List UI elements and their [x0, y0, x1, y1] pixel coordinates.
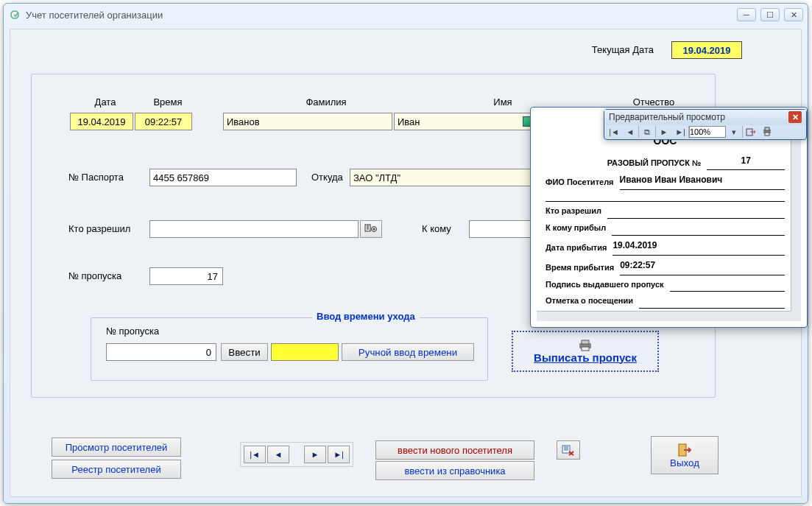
lookup-icon [364, 223, 378, 235]
name-input[interactable] [394, 113, 541, 130]
pass-no-input[interactable] [149, 267, 223, 285]
to-whom-label: К кому [422, 223, 451, 234]
allowed-by-input[interactable] [149, 220, 359, 238]
printer-icon [577, 340, 593, 351]
maximize-button[interactable]: ☐ [760, 8, 780, 21]
header-date: Дата [76, 96, 135, 108]
registry-button[interactable]: Реестр посетителей [52, 460, 181, 479]
delete-record-button[interactable] [557, 440, 580, 460]
preview-title: Предварительный просмотр ✕ [604, 110, 806, 125]
nav-next-button[interactable]: ► [304, 446, 326, 463]
preview-toolbar: |◄ ◄ ⧉ ► ►| ▾ [604, 125, 806, 139]
preview-close-button[interactable]: ✕ [788, 111, 802, 123]
exit-icon [677, 443, 692, 457]
arr-date-value: 19.04.2019 [612, 237, 785, 256]
surname-input[interactable] [223, 113, 392, 130]
leave-time-group: Ввод времени ухода № пропуска Ввести Руч… [91, 317, 488, 381]
note-value [639, 298, 785, 309]
header-name: Имя [481, 96, 525, 108]
passport-label: № Паспорта [68, 172, 124, 183]
zoom-combo[interactable] [689, 126, 726, 138]
report-page: ООС РАЗОВЫЙ ПРОПУСК № 17 ФИО ПосетителяИ… [540, 127, 791, 311]
exit-button[interactable]: Выход [651, 436, 719, 474]
view-visitors-button[interactable]: Просмотр посетителей [52, 438, 181, 457]
scroll-corner [791, 311, 801, 321]
from-label: Откуда [311, 172, 343, 183]
nav-first-button[interactable]: |◄ [244, 446, 266, 463]
preview-toolbar-window: Предварительный просмотр ✕ |◄ ◄ ⧉ ► ►| ▾ [604, 109, 807, 140]
header-surname: Фамилия [282, 96, 370, 108]
leave-pass-label: № пропуска [106, 326, 159, 337]
fio-label: ФИО Посетителя [546, 175, 614, 190]
nav-next-icon[interactable]: ► [656, 125, 672, 138]
nav-prev-button[interactable]: ◄ [267, 446, 289, 463]
visit-date: 19.04.2019 [70, 113, 133, 130]
sign-label: Подпись выдавшего пропуск [546, 277, 664, 292]
nav-first-icon[interactable]: |◄ [606, 125, 622, 138]
preview-scroll-h[interactable] [537, 311, 791, 321]
preview-window: ООС РАЗОВЫЙ ПРОПУСК № 17 ФИО ПосетителяИ… [530, 107, 808, 328]
pass-title: РАЗОВЫЙ ПРОПУСК № [546, 155, 701, 171]
arr-time-label: Время прибытия [546, 260, 614, 275]
header-patronymic: Отчество [621, 96, 687, 108]
close-button[interactable]: ✕ [784, 8, 803, 21]
fio-value: Иванов Иван Иванович [620, 172, 785, 190]
preview-title-text: Предварительный просмотр [609, 112, 725, 122]
nav-last-button[interactable]: ►| [328, 446, 350, 463]
leave-pass-input[interactable] [106, 343, 216, 361]
pass-number: 17 [707, 152, 785, 171]
print-icon[interactable] [759, 125, 775, 138]
nav-prev-icon[interactable]: ◄ [622, 125, 638, 138]
svg-rect-9 [765, 127, 769, 130]
nav-last-icon[interactable]: ►| [672, 125, 688, 138]
minimize-button[interactable]: ─ [737, 8, 756, 21]
preview-report-area: ООС РАЗОВЫЙ ПРОПУСК № 17 ФИО ПосетителяИ… [537, 127, 801, 321]
allowed-label: Кто разрешил [546, 203, 601, 219]
visit-time: 09:22:57 [135, 113, 192, 130]
leave-time-display [271, 343, 339, 361]
fio-line2 [546, 191, 785, 202]
allowed-by-label: Кто разрешил [68, 223, 130, 234]
note-label: Отметка о посещении [546, 293, 633, 309]
delete-icon [562, 444, 575, 456]
close-preview-icon[interactable] [743, 125, 759, 138]
copy-icon[interactable]: ⧉ [639, 125, 655, 138]
svg-rect-3 [582, 340, 589, 344]
svg-rect-10 [765, 133, 769, 136]
passport-input[interactable] [149, 169, 297, 186]
issue-pass-button[interactable]: Выписать пропуск [512, 331, 659, 372]
enter-button[interactable]: Ввести [221, 343, 268, 361]
new-visitor-button[interactable]: ввести нового посетителя [375, 440, 534, 460]
app-icon [10, 9, 21, 21]
allowed-by-picker-button[interactable] [360, 220, 382, 238]
allowed-value [607, 208, 785, 219]
current-date-value: 19.04.2019 [671, 41, 742, 59]
manual-time-button[interactable]: Ручной ввод времени [342, 343, 474, 361]
arr-date-label: Дата прибытия [546, 240, 607, 256]
sign-value [670, 281, 785, 292]
current-date-label: Текущая Дата [592, 44, 654, 55]
record-navigator: |◄ ◄ ► ►| [240, 442, 353, 467]
zoom-dropdown-icon[interactable]: ▾ [726, 125, 742, 138]
from-dict-button[interactable]: ввести из справочника [375, 461, 534, 480]
exit-label: Выход [670, 457, 699, 468]
svg-rect-4 [582, 347, 589, 351]
header-time: Время [142, 96, 194, 108]
preview-scroll-v[interactable] [791, 127, 801, 311]
titlebar: Учет посетителей организации ─ ☐ ✕ [4, 4, 808, 26]
pass-no-label: № пропуска [68, 270, 121, 281]
issue-pass-label: Выписать пропуск [534, 351, 637, 364]
arr-time-value: 09:22:57 [620, 257, 785, 275]
window-title: Учет посетителей организации [26, 10, 163, 21]
towhom-label: К кому прибыл [546, 220, 606, 236]
leave-time-title: Ввод времени ухода [312, 311, 420, 322]
towhom-value [612, 225, 785, 236]
